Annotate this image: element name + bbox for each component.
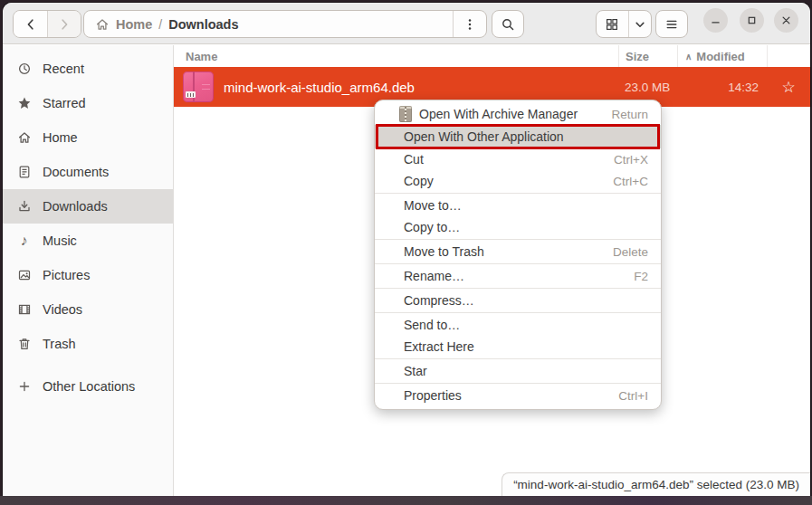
main-menu-button[interactable] [655,10,688,38]
plus-icon [16,379,32,394]
menu-item-accelerator: Ctrl+C [613,175,648,188]
sidebar-item-other-locations[interactable]: Other Locations [3,369,173,404]
menu-item-compress[interactable]: Compress… [375,290,661,311]
search-button[interactable] [492,10,524,38]
sidebar-item-recent[interactable]: Recent [3,52,173,86]
sidebar-item-label: Downloads [43,199,108,214]
menu-item-label: Open With Archive Manager [419,107,611,121]
sidebar-item-music[interactable]: ♪Music [3,224,173,258]
chevron-left-icon [24,17,38,32]
menu-item-accelerator: Delete [613,245,648,259]
sidebar-item-videos[interactable]: Videos [3,292,173,327]
home-icon [95,17,110,32]
files-window: Home / Downloads [3,3,810,496]
sidebar-item-home[interactable]: Home [3,120,173,155]
status-bar-text: “mind-work-ai-studio_arm64.deb” selected… [513,478,799,491]
menu-item-cut[interactable]: CutCtrl+X [375,148,661,170]
minimize-icon [709,14,722,27]
menu-separator [375,239,661,240]
menu-item-label: Copy [404,174,613,188]
view-toggle-split-button [596,10,652,38]
sort-ascending-icon: ∧ [685,52,692,62]
menu-separator [375,263,661,264]
sidebar-item-label: Documents [43,165,109,179]
path-bar[interactable]: Home / Downloads [84,11,453,37]
sidebar-item-downloads[interactable]: Downloads [3,189,173,224]
close-icon [779,14,793,27]
menu-item-copy-to[interactable]: Copy to… [375,216,661,238]
menu-item-send-to[interactable]: Send to… [375,314,661,336]
download-icon [16,199,32,214]
menu-item-label: Move to… [404,198,648,213]
menu-item-rename[interactable]: Rename…F2 [375,265,661,287]
menu-separator [375,193,661,194]
sidebar-item-documents[interactable]: Documents [3,155,173,189]
music-note-icon: ♪ [16,233,32,248]
menu-separator [375,312,661,313]
kebab-menu-icon [463,17,477,32]
sidebar-item-pictures[interactable]: Pictures [3,258,173,292]
grid-view-button[interactable] [597,11,629,37]
sidebar: RecentStarredHomeDocumentsDownloads♪Musi… [3,45,174,496]
maximize-button[interactable] [740,8,764,33]
breadcrumb-current-folder[interactable]: Downloads [168,17,238,32]
breadcrumb-home[interactable]: Home [116,17,152,32]
menu-separator [375,288,661,289]
column-header-size[interactable]: Size [618,45,677,67]
menu-item-label: Send to… [404,318,648,332]
menu-item-copy[interactable]: CopyCtrl+C [375,170,661,192]
hamburger-menu-icon [664,17,679,32]
headerbar: Home / Downloads [3,3,810,44]
sidebar-item-label: Recent [43,62,84,76]
grid-view-icon [605,17,619,32]
file-name-cell: mind-work-ai-studio_arm64.deb [174,71,618,102]
picture-icon [16,268,32,282]
menu-item-extract-here[interactable]: Extract Here [375,336,661,357]
home-icon [16,130,32,145]
back-button[interactable] [14,11,47,37]
chevron-down-icon [633,17,647,32]
sidebar-item-label: Music [43,233,77,248]
view-options-button[interactable] [629,11,651,37]
sidebar-item-label: Trash [43,337,76,351]
status-bar: “mind-work-ai-studio_arm64.deb” selected… [502,472,810,496]
menu-item-label: Copy to… [404,220,648,234]
menu-item-star[interactable]: Star [375,360,661,382]
menu-item-label: Rename… [404,269,634,283]
star-outline-icon: ☆ [781,80,795,95]
file-modified-time: 14:32 [677,67,767,107]
menu-item-properties[interactable]: PropertiesCtrl+I [375,385,661,406]
maximize-icon [745,14,759,27]
menu-item-move-to[interactable]: Move to… [375,195,661,216]
list-column-headers: Name Size ∧ Modified [174,45,810,67]
close-button[interactable] [774,8,798,33]
chevron-right-icon [57,17,72,32]
menu-item-accelerator: Ctrl+I [618,389,648,403]
column-header-modified[interactable]: ∧ Modified [677,45,767,67]
navigation-buttons [13,10,81,38]
deb-package-icon [183,71,214,102]
star-toggle-button[interactable]: ☆ [767,80,810,95]
sidebar-item-label: Starred [43,96,86,110]
minimize-button[interactable] [703,8,728,33]
forward-button[interactable] [47,11,81,37]
menu-item-accelerator: Ctrl+X [614,153,648,167]
search-icon [501,17,515,32]
sidebar-item-label: Home [43,130,78,145]
column-header-name[interactable]: Name [174,50,618,63]
film-icon [16,302,32,317]
menu-item-open-with-archive-manager[interactable]: Open With Archive ManagerReturn [375,103,661,125]
path-options-button[interactable] [453,11,486,37]
taskbar-strip [0,496,812,505]
sidebar-item-label: Pictures [43,268,90,282]
star-icon [16,96,32,110]
menu-item-open-with-other-application[interactable]: Open With Other Application [375,125,661,148]
sidebar-item-label: Other Locations [43,379,135,394]
menu-item-label: Compress… [404,293,648,308]
sidebar-item-starred[interactable]: Starred [3,86,173,120]
menu-item-accelerator: F2 [634,270,648,283]
sidebar-item-trash[interactable]: Trash [3,327,173,361]
menu-item-move-to-trash[interactable]: Move to TrashDelete [375,241,661,262]
menu-item-label: Open With Other Application [404,129,648,144]
archive-manager-icon [399,106,412,122]
